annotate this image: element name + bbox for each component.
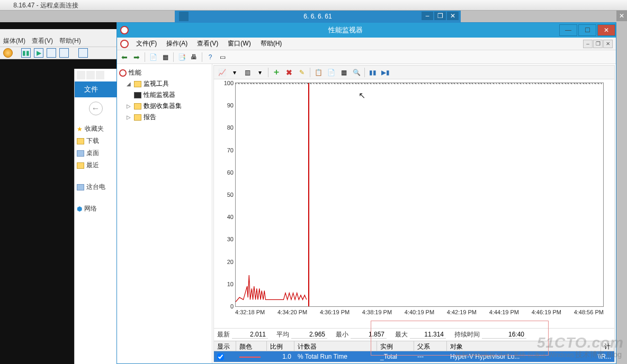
mdi-close-button[interactable]: ✕ [603,40,613,48]
window-icon[interactable]: ▭ [217,52,228,62]
counter-show-checkbox[interactable] [217,353,224,360]
tree-reports[interactable]: ▷报告 [119,112,210,123]
sidebar-recent[interactable]: 最近 [77,159,114,171]
menu-help[interactable]: 帮助(H) [256,38,286,49]
stat-latest-label: 最新 [217,330,230,339]
pin-icon[interactable] [179,12,189,21]
paste-icon[interactable]: 📄 [325,67,337,78]
maximize-button[interactable]: ☐ [578,24,596,36]
play-icon[interactable]: ▶ [34,48,43,58]
add-counter-button[interactable]: ＋ [271,67,282,78]
computer-icon [77,184,84,190]
sidebar-this-pc[interactable]: 这台电 [77,181,114,193]
rdp-close-button[interactable]: ✕ [447,12,459,20]
col-parent[interactable]: 父系 [414,341,447,351]
next-icon[interactable] [59,48,69,58]
tree-root[interactable]: 性能 [119,67,210,78]
col-scale[interactable]: 比例 [267,341,294,351]
close-button[interactable]: ✕ [597,24,615,36]
menu-view[interactable]: 查看(V) [32,37,53,46]
col-show[interactable]: 显示 [214,341,236,351]
zoom-icon[interactable]: 🔍 [351,67,362,78]
expand-icon[interactable]: ▷ [127,114,132,120]
show-tree-icon[interactable]: 📄 [148,52,158,62]
stat-min-value: 1.857 [351,331,387,339]
outer-close-button[interactable]: ✕ [616,11,627,21]
chart-toolbar: 📈 ▾ ▥ ▾ ＋ ✖ ✎ 📋 📄 ▦ 🔍 ▮▮ ▶▮ [214,66,614,79]
tree-collectors[interactable]: ▷数据收集器集 [119,101,210,112]
perfmon-menubar: 文件(F) 操作(A) 查看(V) 窗口(W) 帮助(H) – ❐ ✕ [117,38,616,50]
perfmon-main-panel: 📈 ▾ ▥ ▾ ＋ ✖ ✎ 📋 📄 ▦ 🔍 ▮▮ ▶▮ [213,65,615,362]
explorer-icon-2[interactable] [86,71,95,79]
copy-icon[interactable]: 📋 [312,67,324,78]
highlight-icon[interactable]: ✎ [296,67,308,78]
watermark-logo: 51CTO.com [537,334,624,351]
tree-tools[interactable]: ◢监视工具 [119,78,210,89]
favorites-header[interactable]: ★收藏夹 [77,123,114,135]
col-instance[interactable]: 实例 [377,341,414,351]
perfmon-app-icon [120,26,129,34]
screen-icon[interactable] [78,48,88,58]
chart-plot[interactable]: ↖ 1009080706050403020100 [235,83,604,307]
update-icon[interactable]: ▶▮ [380,67,391,78]
menu-action[interactable]: 操作(A) [162,38,192,49]
mdi-restore-button[interactable]: ❐ [593,40,603,48]
freeze-icon[interactable]: ▮▮ [367,67,379,78]
col-color[interactable]: 颜色 [236,341,267,351]
prop-icon[interactable]: ▦ [160,52,171,62]
host-toolbar: ▮▮ ▶ [0,47,117,59]
properties-icon[interactable]: ▦ [338,67,350,78]
print-icon[interactable]: 🖶 [189,52,199,62]
star-icon: ★ [77,125,83,133]
dropdown-icon[interactable]: ▾ [229,67,240,78]
back-icon[interactable]: ⬅ [119,52,130,62]
stat-max-value: 11.314 [410,331,446,339]
record-icon[interactable] [3,48,13,58]
explorer-panel: 文件 ← ★收藏夹 下载 桌面 最近 这台电 ⬢网络 [74,69,117,364]
mdi-min-button[interactable]: – [583,40,593,48]
menu-media[interactable]: 媒体(M) [3,37,25,46]
dropdown2-icon[interactable]: ▾ [254,67,266,78]
folder-icon [77,162,84,169]
sidebar-downloads[interactable]: 下载 [77,135,114,147]
perfmon-window: 性能监视器 — ☐ ✕ 文件(F) 操作(A) 查看(V) 窗口(W) 帮助(H… [117,22,616,364]
tree-monitor[interactable]: 性能监视器 [119,89,210,101]
menu-view[interactable]: 查看(V) [193,38,222,49]
file-tab[interactable]: 文件 [75,81,117,97]
counter-parent: --- [414,353,447,360]
folder-icon [134,103,141,110]
histogram-icon[interactable]: ▥ [241,67,253,78]
cursor-icon: ↖ [359,90,365,101]
collapse-icon[interactable]: ◢ [127,81,132,87]
counter-instance: _Total [377,353,414,360]
stat-dur-value: 16:40 [482,331,526,339]
minimize-button[interactable]: — [559,24,577,36]
pause-icon[interactable]: ▮▮ [21,48,31,58]
perfmon-titlebar[interactable]: 性能监视器 — ☐ ✕ [117,23,616,38]
rdp-min-button[interactable]: – [422,12,433,20]
sidebar-desktop[interactable]: 桌面 [77,147,114,159]
delete-counter-button[interactable]: ✖ [283,67,295,78]
menu-help[interactable]: 帮助(H) [59,37,81,46]
col-counter[interactable]: 计数器 [294,341,377,351]
perfmon-tree: 性能 ◢监视工具 性能监视器 ▷数据收集器集 ▷报告 [117,64,212,363]
back-button[interactable]: ← [89,102,103,115]
chart-area: ↖ 1009080706050403020100 4:32:18 PM4:34:… [214,79,614,328]
reload-icon[interactable] [47,48,56,58]
forward-icon[interactable]: ➡ [131,52,142,62]
help-icon[interactable]: ? [205,52,216,62]
explorer-icon-1[interactable] [77,71,85,79]
menu-file[interactable]: 文件(F) [132,38,161,49]
rdp-icon [2,2,10,10]
monitor-icon [134,92,141,98]
view-chart-icon[interactable]: 📈 [216,67,228,78]
rdp-restore-button[interactable]: ❐ [434,12,446,20]
counter-color-swatch [239,357,261,358]
export-icon[interactable]: 📑 [176,52,187,62]
host-menubar: 媒体(M) 查看(V) 帮助(H) [0,29,117,48]
folder-icon [77,138,84,144]
expand-icon[interactable]: ▷ [127,103,132,109]
sidebar-network[interactable]: ⬢网络 [77,203,114,215]
menu-window[interactable]: 窗口(W) [223,38,255,49]
explorer-icon-3[interactable] [96,71,104,79]
